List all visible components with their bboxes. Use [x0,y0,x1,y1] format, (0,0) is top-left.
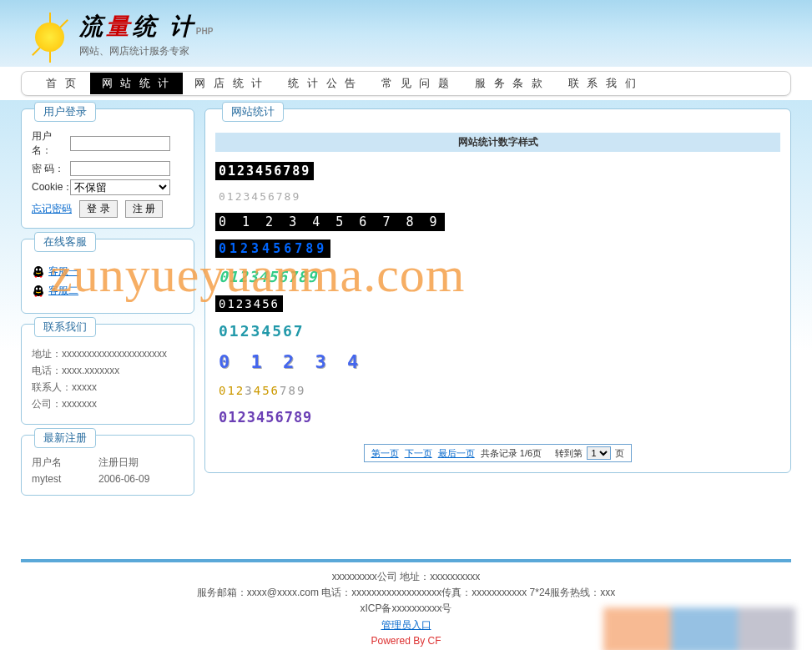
cookie-select[interactable]: 不保留 [70,179,170,195]
pager: 第一页 下一页 最后一页 共条记录 1/6页 转到第 1 页 [364,444,633,462]
counter-style-1[interactable]: 0123456789 [215,162,314,180]
username-input[interactable] [70,136,170,151]
svg-point-7 [39,287,41,290]
nav-faq[interactable]: 常 见 问 题 [370,73,463,94]
latest-row: mytest2006-06-09 [32,473,184,485]
login-button[interactable]: 登 录 [79,200,117,218]
nav-contact[interactable]: 联 系 我 们 [557,73,650,94]
footer-line1: xxxxxxxxx公司 地址：xxxxxxxxxx [0,569,812,585]
qq-icon [32,265,45,279]
contact-addr: 地址：xxxxxxxxxxxxxxxxxxxxx [32,347,184,361]
main: 网站统计 网站统计数字样式 0123456789 0123456789 0 1 … [204,108,791,506]
counter-style-10[interactable]: 0123456789 [215,407,315,427]
logo: 流量统 计PHP [79,4,795,43]
counter-style-7[interactable]: 01234567 [215,320,308,341]
counter-style-9[interactable]: 0123456789 [215,382,309,399]
tagline: 网站、网店统计服务专家 [79,44,795,58]
svg-point-3 [39,268,41,270]
contact-person: 联系人：xxxxx [32,380,184,395]
footer-line2: 服务邮箱：xxxx@xxxx.com 电话：xxxxxxxxxxxxxxxxxx… [0,585,812,601]
nav-tos[interactable]: 服 务 条 款 [463,73,557,94]
contact-company: 公司：xxxxxxx [32,397,184,411]
main-panel: 网站统计 网站统计数字样式 0123456789 0123456789 0 1 … [204,108,791,473]
forgot-link[interactable]: 忘记密码 [32,203,72,214]
qq-icon [32,285,45,298]
navbar: 首 页 网 站 统 计 网 店 统 计 统 计 公 告 常 见 问 题 服 务 … [21,71,791,96]
nav-shop-stats[interactable]: 网 店 统 计 [183,73,276,94]
counter-style-5[interactable]: 0123456789 [215,266,320,287]
svg-point-6 [36,287,38,290]
cs-link-1[interactable]: 客服一 [48,265,78,279]
main-title: 网站统计 [222,102,284,122]
password-input[interactable] [70,161,170,176]
admin-link[interactable]: 管理员入口 [381,619,431,631]
footer-divider [21,559,791,562]
cookie-label: Cookie： [32,180,70,194]
counter-style-8[interactable]: 0 1 2 3 4 [215,350,366,374]
contact-title: 联系我们 [34,317,96,337]
cs-panel: 在线客服 客服一 客服二 [21,239,194,314]
contact-phone: 电话：xxxx.xxxxxxx [32,364,184,378]
sidebar: 用户登录 用户名： 密 码： Cookie：不保留 忘记密码 登 录 注 册 在… [21,108,194,506]
counter-style-3[interactable]: 0 1 2 3 4 5 6 7 8 9 [215,213,445,231]
nav-announce[interactable]: 统 计 公 告 [276,73,370,94]
pager-jump-suffix: 页 [615,448,624,458]
nav-home[interactable]: 首 页 [34,73,90,94]
pager-last[interactable]: 最后一页 [438,448,475,458]
svg-point-2 [36,268,38,270]
register-button[interactable]: 注 册 [125,200,163,218]
footer: xxxxxxxxx公司 地址：xxxxxxxxxx 服务邮箱：xxxx@xxxx… [0,569,812,650]
pwd-label: 密 码： [32,162,70,176]
counter-style-6[interactable]: 0123456 [215,295,283,312]
login-panel: 用户登录 用户名： 密 码： Cookie：不保留 忘记密码 登 录 注 册 [21,108,194,229]
pager-first[interactable]: 第一页 [371,448,399,458]
sun-icon [25,13,75,63]
latest-panel: 最新注册 用户名注册日期 mytest2006-06-09 [21,435,194,496]
counter-style-4[interactable]: 0123456789 [215,239,330,258]
user-label: 用户名： [32,129,70,158]
nav-site-stats[interactable]: 网 站 统 计 [90,73,184,94]
pager-total: 共条记录 1/6页 [481,448,542,458]
stats-header: 网站统计数字样式 [215,133,780,152]
pager-jump-label: 转到第 [555,448,583,458]
footer-ad-blur [603,607,795,650]
pager-next[interactable]: 下一页 [405,448,432,458]
latest-title: 最新注册 [34,428,96,448]
latest-headers: 用户名注册日期 [32,456,184,470]
counter-style-2[interactable]: 0123456789 [215,189,304,204]
contact-panel: 联系我们 地址：xxxxxxxxxxxxxxxxxxxxx 电话：xxxx.xx… [21,324,194,425]
cs-title: 在线客服 [34,232,96,252]
login-title: 用户登录 [34,102,96,122]
pager-select[interactable]: 1 [587,446,611,460]
header: 流量统 计PHP 网站、网店统计服务专家 [0,0,812,67]
cs-link-2[interactable]: 客服二 [48,284,78,298]
